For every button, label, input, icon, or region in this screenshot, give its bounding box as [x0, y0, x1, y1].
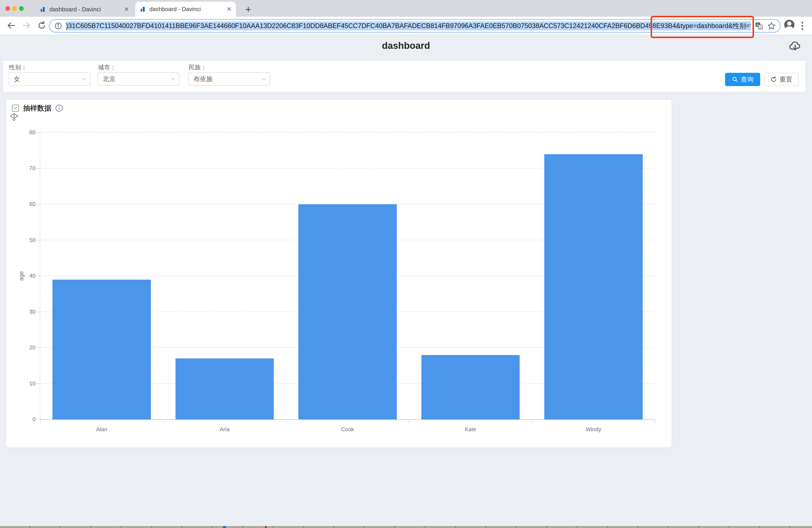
background-window-edge: [0, 526, 812, 528]
y-axis-tick: [37, 347, 40, 348]
background-window-red-mark: [265, 526, 267, 528]
filter-panel: 性别： 女 城市： 北京 民族： 布依族 查询: [3, 61, 805, 91]
widget-title: 抽样数据: [23, 103, 52, 113]
bar-kate[interactable]: [421, 355, 520, 420]
bar-aria[interactable]: [175, 358, 274, 419]
bookmark-star-icon[interactable]: [767, 22, 776, 30]
filter-label: 城市：: [98, 63, 116, 72]
filter-label: 性别：: [9, 63, 27, 72]
select-value: 布依族: [193, 75, 213, 84]
y-gridline: [40, 132, 655, 132]
x-axis-category-label: Windy: [561, 426, 626, 433]
y-axis-tick: [37, 240, 40, 240]
reload-icon[interactable]: [37, 20, 47, 30]
url-bar[interactable]: )31C605B7C115040027BFD4101411BBE96F3AE14…: [49, 19, 781, 33]
x-axis-category-label: Alan: [70, 426, 134, 433]
x-axis-tick: [286, 420, 286, 423]
x-axis-tick: [532, 420, 532, 423]
browser-tab-1[interactable]: dashboard - Davinci ✕: [35, 2, 133, 17]
x-axis-category-label: Cook: [316, 426, 380, 433]
x-axis-tick: [409, 420, 409, 423]
city-select[interactable]: 北京: [98, 72, 179, 86]
y-axis-tick-label: 80: [10, 129, 35, 136]
window-minimize-button[interactable]: [12, 6, 17, 11]
info-icon[interactable]: [55, 104, 63, 112]
collapse-checkbox-icon[interactable]: [12, 104, 19, 112]
y-axis-tick-label: 30: [10, 309, 35, 315]
y-axis-tick: [37, 276, 40, 276]
tab-close-icon[interactable]: ✕: [124, 6, 129, 12]
query-button-label: 查询: [741, 75, 754, 84]
chevron-down-icon: [81, 76, 87, 82]
plot-area: 01020304050607080AlanAriaCookKateWindy: [40, 132, 655, 419]
select-value: 北京: [103, 75, 116, 84]
x-axis-category-label: Aria: [193, 426, 257, 433]
chevron-down-icon: [170, 76, 176, 82]
bar-windy[interactable]: [544, 154, 643, 420]
browser-toolbar: )31C605B7C115040027BFD4101411BBE96F3AE14…: [0, 17, 812, 35]
page-info-icon[interactable]: [54, 22, 62, 30]
svg-text:文: 文: [759, 25, 762, 29]
bar-alan[interactable]: [53, 280, 151, 419]
widget-header: 抽样数据: [12, 104, 63, 113]
y-axis-tick-label: 40: [10, 273, 35, 279]
y-axis-tick: [37, 419, 40, 420]
favicon-barchart-icon: [40, 6, 46, 13]
y-axis-tick: [37, 312, 40, 312]
filter-label: 民族：: [189, 63, 207, 72]
url-prefix: )31C605B7C115040027BFD4101411BBE96F3AE14…: [66, 22, 728, 30]
background-window-blue-mark: [223, 526, 226, 528]
y-axis-tick: [37, 204, 40, 204]
reload-icon: [770, 76, 777, 83]
download-cloud-icon[interactable]: [788, 40, 802, 52]
y-axis-tick: [37, 168, 40, 169]
y-axis-tick-label: 20: [10, 344, 35, 351]
new-tab-button[interactable]: +: [245, 3, 251, 15]
bar-cook[interactable]: [298, 204, 397, 419]
y-axis-tick-label: 0: [10, 416, 35, 423]
y-axis-tick-label: 10: [10, 380, 35, 387]
favicon-barchart-icon: [140, 6, 146, 12]
drill-download-icon[interactable]: [10, 113, 19, 122]
url-text[interactable]: )31C605B7C115040027BFD4101411BBE96F3AE14…: [66, 22, 751, 30]
window-close-button[interactable]: [5, 6, 10, 11]
page-title: dashboard: [0, 40, 812, 51]
tab-title: dashboard - Davinci: [49, 6, 121, 13]
query-button[interactable]: 查询: [725, 73, 760, 86]
window-zoom-button[interactable]: [19, 6, 24, 11]
widget-card-sample-data: 抽样数据 age 01020304050607080AlanAriaCookKa…: [6, 100, 671, 447]
tab-title: dashboard - Davinci: [149, 6, 223, 13]
x-axis-tick: [40, 420, 41, 423]
url-highlighted-params: &性别=女&城市=北京&民族=布依族: [728, 22, 751, 30]
x-axis-category-label: Kate: [438, 426, 503, 433]
menu-dots-icon[interactable]: [801, 22, 803, 30]
y-axis-tick: [37, 384, 40, 384]
chevron-down-icon: [261, 76, 267, 82]
y-axis-tick-label: 60: [10, 201, 35, 208]
browser-tab-2-active[interactable]: dashboard - Davinci ✕: [135, 2, 236, 17]
select-value: 女: [14, 75, 20, 84]
reset-button[interactable]: 重置: [764, 73, 799, 86]
browser-tab-strip: dashboard - Davinci ✕ dashboard - Davinc…: [0, 0, 812, 17]
ethnicity-select[interactable]: 布依族: [188, 72, 270, 86]
search-icon: [732, 76, 738, 83]
x-axis-tick: [655, 420, 655, 423]
tab-close-icon[interactable]: ✕: [227, 6, 232, 12]
y-axis-tick-label: 50: [10, 237, 35, 243]
profile-avatar[interactable]: [784, 20, 795, 30]
forward-icon: [21, 20, 31, 30]
y-axis-tick: [37, 132, 40, 133]
y-axis-tick-label: 70: [10, 165, 35, 172]
reset-button-label: 重置: [780, 75, 792, 84]
back-icon[interactable]: [6, 20, 16, 30]
gender-select[interactable]: 女: [9, 72, 90, 86]
x-axis-tick: [163, 420, 163, 423]
y-axis-line: [40, 132, 40, 419]
translate-icon[interactable]: G文: [755, 22, 763, 30]
